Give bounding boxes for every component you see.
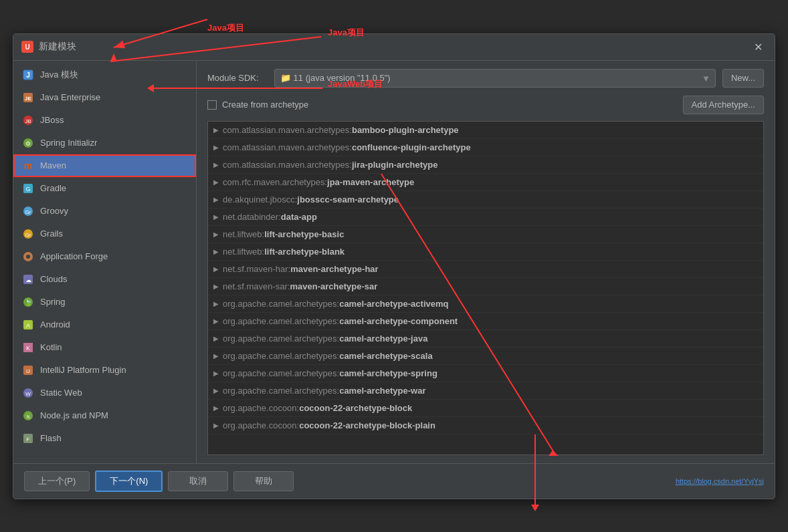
- sdk-row: Module SDK: 📁 11 (java version "11.0.5")…: [207, 69, 764, 88]
- archetype-item-13[interactable]: ▶org.apache.camel.archetypes:camel-arche…: [208, 348, 763, 365]
- svg-text:A: A: [26, 322, 30, 329]
- sidebar-item-maven[interactable]: mMaven: [13, 154, 196, 177]
- new-module-dialog: U 新建模块 ✕ Java项目 JJava 模块JEJava Enterpris…: [13, 33, 775, 499]
- sidebar-item-static-web[interactable]: WStatic Web: [13, 382, 196, 404]
- archetype-item-11[interactable]: ▶org.apache.camel.archetypes:camel-arche…: [208, 313, 763, 330]
- expand-icon: ▶: [213, 404, 219, 412]
- archetype-prefix: org.apache.cocoon:: [223, 403, 299, 413]
- sidebar-item-label-flash: Flash: [40, 433, 62, 443]
- expand-icon: ▶: [213, 144, 219, 151]
- sidebar-item-label-gradle: Gradle: [40, 183, 66, 193]
- sidebar-item-label-jboss: JBoss: [40, 115, 64, 125]
- archetype-item-8[interactable]: ▶net.sf.maven-har:maven-archetype-har: [208, 261, 763, 278]
- archetype-item-10[interactable]: ▶org.apache.camel.archetypes:camel-arche…: [208, 295, 763, 313]
- help-button[interactable]: 帮助: [233, 471, 294, 491]
- sidebar-item-label-kotlin: Kotlin: [40, 342, 62, 352]
- sidebar-item-android[interactable]: AAndroid: [13, 313, 196, 336]
- archetype-item-9[interactable]: ▶net.sf.maven-sar:maven-archetype-sar: [208, 278, 763, 295]
- add-archetype-button[interactable]: Add Archetype...: [683, 96, 764, 114]
- archetype-prefix: org.apache.camel.archetypes:: [223, 299, 339, 309]
- expand-icon: ▶: [213, 335, 219, 342]
- sdk-select[interactable]: 📁 11 (java version "11.0.5"): [274, 69, 716, 88]
- sidebar-item-flash[interactable]: FFlash: [13, 427, 196, 450]
- android-icon: A: [21, 318, 35, 331]
- svg-text:JE: JE: [25, 96, 31, 102]
- archetype-item-16[interactable]: ▶org.apache.cocoon:cocoon-22-archetype-b…: [208, 400, 763, 417]
- grails-icon: Gr: [21, 227, 35, 241]
- sidebar-item-java-enterprise[interactable]: JEJava Enterprise: [13, 86, 196, 109]
- archetype-item-5[interactable]: ▶net.databinder:data-app: [208, 209, 763, 226]
- sidebar-item-kotlin[interactable]: KKotlin: [13, 336, 196, 359]
- create-from-archetype-label: Create from archetype: [222, 100, 308, 110]
- create-from-archetype-checkbox[interactable]: [207, 100, 217, 110]
- application-forge-icon: [21, 250, 35, 263]
- archetype-item-15[interactable]: ▶org.apache.camel.archetypes:camel-arche…: [208, 382, 763, 400]
- sidebar: JJava 模块JEJava EnterpriseJBJBoss⚙Spring …: [13, 61, 197, 463]
- title-bar-left: U 新建模块: [21, 41, 76, 53]
- sidebar-item-label-java-enterprise: Java Enterprise: [40, 92, 100, 102]
- sidebar-item-nodejs[interactable]: NNode.js and NPM: [13, 404, 196, 427]
- archetype-prefix: org.apache.camel.archetypes:: [223, 334, 339, 344]
- prev-button[interactable]: 上一个(P): [24, 471, 90, 491]
- kotlin-icon: K: [21, 341, 35, 354]
- bottom-bar: 上一个(P) 下一个(N) 取消 帮助 https://blog.csdn.ne…: [13, 463, 775, 499]
- sidebar-item-grails[interactable]: GrGrails: [13, 223, 196, 245]
- archetype-item-2[interactable]: ▶com.atlassian.maven.archetypes:jira-plu…: [208, 156, 763, 174]
- archetype-row: Create from archetype Add Archetype...: [207, 96, 764, 114]
- svg-text:IJ: IJ: [26, 368, 30, 374]
- archetype-item-1[interactable]: ▶com.atlassian.maven.archetypes:confluen…: [208, 139, 763, 156]
- clouds-icon: ☁: [21, 273, 35, 286]
- csdn-link[interactable]: https://blog.csdn.net/YyjYsj: [676, 477, 764, 485]
- archetype-name: cocoon-22-archetype-block: [299, 403, 412, 413]
- intellij-platform-icon: IJ: [21, 364, 35, 377]
- archetype-prefix: com.atlassian.maven.archetypes:: [223, 160, 352, 170]
- archetype-item-17[interactable]: ▶org.apache.cocoon:cocoon-22-archetype-b…: [208, 417, 763, 434]
- archetype-prefix: org.apache.camel.archetypes:: [223, 368, 339, 378]
- sidebar-item-groovy[interactable]: GrGroovy: [13, 200, 196, 223]
- archetype-item-3[interactable]: ▶com.rfc.maven.archetypes:jpa-maven-arch…: [208, 174, 763, 191]
- spring-icon: 🍃: [21, 295, 35, 309]
- close-button[interactable]: ✕: [750, 39, 767, 55]
- sidebar-item-label-java: Java 模块: [40, 69, 78, 81]
- archetype-prefix: net.sf.maven-har:: [223, 264, 290, 274]
- static-web-icon: W: [21, 386, 35, 400]
- svg-text:Gr: Gr: [25, 232, 31, 238]
- java-project-annotation: Java项目: [207, 22, 244, 34]
- sidebar-item-label-spring-initializr: Spring Initializr: [40, 138, 97, 148]
- sidebar-item-spring-initializr[interactable]: ⚙Spring Initializr: [13, 132, 196, 154]
- sidebar-item-label-clouds: Clouds: [40, 274, 67, 284]
- archetype-name: camel-archetype-activemq: [339, 299, 448, 309]
- archetype-item-12[interactable]: ▶org.apache.camel.archetypes:camel-arche…: [208, 330, 763, 348]
- sidebar-item-java[interactable]: JJava 模块: [13, 63, 196, 86]
- sidebar-item-intellij-platform[interactable]: IJIntelliJ Platform Plugin: [13, 359, 196, 382]
- archetype-name: bamboo-plugin-archetype: [352, 125, 459, 135]
- archetype-prefix: org.apache.camel.archetypes:: [223, 386, 339, 396]
- sidebar-item-gradle[interactable]: GGradle: [13, 177, 196, 200]
- title-bar: U 新建模块 ✕: [13, 34, 775, 61]
- sidebar-item-jboss[interactable]: JBJBoss: [13, 109, 196, 132]
- archetype-name: jpa-maven-archetype: [327, 177, 414, 187]
- expand-icon: ▶: [213, 265, 219, 273]
- cancel-button[interactable]: 取消: [168, 471, 228, 491]
- archetype-item-7[interactable]: ▶net.liftweb:lift-archetype-blank: [208, 243, 763, 261]
- main-panel: Module SDK: 📁 11 (java version "11.0.5")…: [197, 61, 775, 463]
- dialog-title: 新建模块: [39, 41, 76, 53]
- sdk-label: Module SDK:: [207, 73, 268, 83]
- archetype-item-0[interactable]: ▶com.atlassian.maven.archetypes:bamboo-p…: [208, 122, 763, 139]
- archetype-item-4[interactable]: ▶de.akquinet.jboscc:jbosscc-seam-archety…: [208, 191, 763, 209]
- sidebar-item-application-forge[interactable]: Application Forge: [13, 245, 196, 268]
- archetype-item-14[interactable]: ▶org.apache.camel.archetypes:camel-arche…: [208, 365, 763, 382]
- flash-icon: F: [21, 432, 35, 445]
- archetype-name: lift-archetype-basic: [264, 229, 344, 239]
- archetype-item-6[interactable]: ▶net.liftweb:lift-archetype-basic: [208, 226, 763, 243]
- archetype-prefix: net.liftweb:: [223, 247, 264, 257]
- expand-icon: ▶: [213, 178, 219, 186]
- spring-initializr-icon: ⚙: [21, 136, 35, 150]
- gradle-icon: G: [21, 182, 35, 195]
- expand-icon: ▶: [213, 300, 219, 307]
- archetype-prefix: com.rfc.maven.archetypes:: [223, 177, 327, 187]
- sidebar-item-spring[interactable]: 🍃Spring: [13, 291, 196, 313]
- new-sdk-button[interactable]: New...: [722, 69, 764, 88]
- sidebar-item-clouds[interactable]: ☁Clouds: [13, 268, 196, 291]
- next-button[interactable]: 下一个(N): [95, 471, 163, 492]
